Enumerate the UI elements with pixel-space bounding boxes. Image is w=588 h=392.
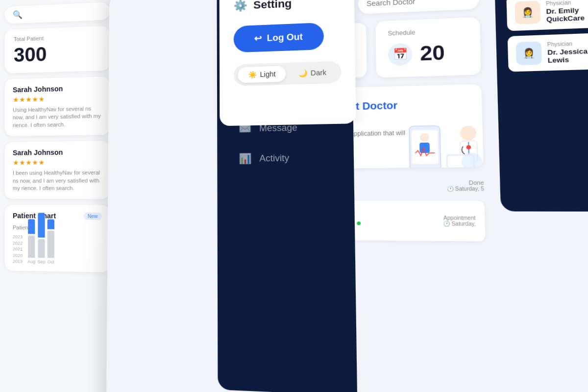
search-doctor-input[interactable] [358,0,479,14]
activity-icon: 📊 [239,152,251,165]
physician-name-2: Dr. Jessica Lewis [547,46,588,64]
reviewer1-text: Using HealthyNav for several ns now, and… [13,105,102,129]
total-patient-label: Total Patient [14,33,101,42]
review-card-1: Sarah Johnson ★★★★★ Using HealthyNav for… [5,76,110,136]
left-panel: 🔍 Total Patient 300 Sarah Johnson ★★★★★ … [0,0,115,392]
schedule-value: 20 [420,41,445,65]
bar-oct-blue [48,220,54,229]
reviewer1-stars: ★★★★★ [13,94,102,103]
bar-aug-gray [28,236,35,258]
setting-title: Setting [253,0,292,12]
search-icon: 🔍 [13,10,23,20]
gear-icon: ⚙️ [234,0,247,13]
physician-card-1: 👩‍⚕️ Physician Dr. Emily QuickCare Appoi… [506,0,588,31]
total-patient-card: Total Patient 300 [5,26,110,74]
chart-new-badge: New [83,212,101,220]
main-app: 🏥 MedisCare ➕ Dashboard 📅 Schedule ✉️ Me… [106,0,588,392]
total-patient-value: 300 [14,41,101,66]
physician-avatar-1: 👩‍⚕️ [514,0,540,24]
history-appt-time: 🕐 Saturday, [443,221,476,227]
app-container: 🔍 Total Patient 300 Sarah Johnson ★★★★★ … [0,0,588,392]
dark-theme-button[interactable]: 🌙 Dark [288,64,337,82]
history-online-indicator [357,221,361,225]
logout-icon: ↩ [254,33,262,44]
done-label: Done [446,179,484,186]
reviewer1-name: Sarah Johnson [13,84,102,94]
bar-oct-gray [48,231,54,258]
theme-toggle: ☀️ Light 🌙 Dark [234,61,342,86]
sidebar-item-activity[interactable]: 📊 Activity [233,143,338,172]
bar-sep-blue [38,213,45,238]
history-appointment-info: Appointment 🕐 Saturday, [443,215,476,227]
review-card-2: Sarah Johnson ★★★★★ I been using Healthy… [5,141,110,199]
light-theme-button[interactable]: ☀️ Light [238,66,286,83]
logout-label: Log Out [267,31,303,43]
reviewer2-name: Sarah Johnson [13,148,102,157]
reviewer2-stars: ★★★★★ [13,158,102,167]
calendar-icon: 📅 [388,43,413,66]
chart-sub: Patient [13,225,102,231]
chart-title: Patient Chart [13,212,56,220]
dark-label: Dark [311,69,326,77]
physician-role-2: Physician [547,39,588,48]
promo-illustration [398,109,484,169]
bar-chart: Aug Sep Oct [27,235,102,266]
schedule-card: Schedule 📅 20 [376,17,481,78]
year-axis: 2023 2022 2021 2020 2019 [13,235,23,264]
history-appt-label: Appointment [443,215,476,221]
physician-avatar-2: 👩‍⚕️ [515,41,542,65]
patient-chart-card: Patient Chart New Patient 2023 2022 2021… [5,205,110,272]
done-time: Saturday, 5 [455,186,484,192]
reviewer2-text: I been using HealthyNav for several ns n… [13,169,102,192]
physician-name-1: Dr. Emily QuickCare [546,5,588,23]
physician-info-1: Physician Dr. Emily QuickCare [546,0,588,23]
sun-icon: ☀️ [248,71,257,79]
physician-panel: 2019 Jun 👩‍⚕️ Physician Dr. Emily QuickC… [494,0,588,212]
svg-point-4 [460,125,476,141]
moon-icon: 🌙 [298,69,307,77]
physician-card-2: 👩‍⚕️ Physician Dr. Jessica Lewis [508,32,588,72]
physician-info-2: Physician Dr. Jessica Lewis [547,39,588,64]
nav-activity-label: Activity [259,153,289,164]
logout-button[interactable]: ↩ Log Out [234,23,324,53]
light-label: Light [260,70,275,78]
left-search-bar[interactable]: 🔍 [5,2,110,24]
bar-sep-gray [38,239,45,258]
schedule-label: Schedule [388,27,467,37]
bar-aug-blue [28,220,35,234]
setting-panel: ⚙️ Setting ↩ Log Out ☀️ Light 🌙 Dark [220,0,356,126]
